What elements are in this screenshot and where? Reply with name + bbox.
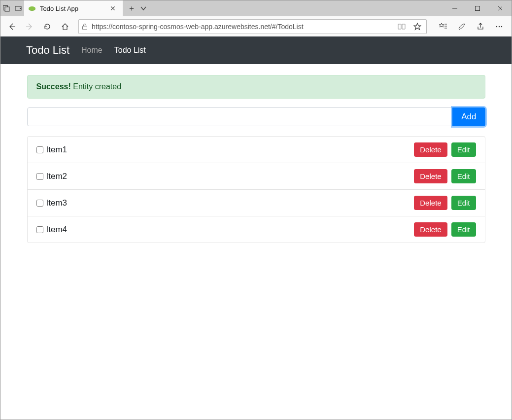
more-icon[interactable] <box>491 19 508 34</box>
delete-button[interactable]: Delete <box>414 169 447 183</box>
item-label: Item2 <box>46 172 410 181</box>
window-controls <box>444 0 512 16</box>
item-checkbox[interactable] <box>36 173 43 180</box>
list-item: Item2DeleteEdit <box>28 163 485 190</box>
browser-right-toolbar <box>433 19 508 34</box>
svg-rect-1 <box>5 7 9 11</box>
browser-chrome: Todo List App ✕ ＋ <box>0 0 512 37</box>
svg-point-11 <box>496 26 497 27</box>
alert-strong: Success! <box>36 82 71 91</box>
list-item: Item4DeleteEdit <box>28 216 485 243</box>
delete-button[interactable]: Delete <box>414 196 447 210</box>
tabs-dropdown-icon[interactable] <box>140 5 146 11</box>
close-tab-icon[interactable]: ✕ <box>108 4 118 12</box>
add-item-row: Add <box>27 107 485 126</box>
lock-icon <box>82 23 88 30</box>
title-bar: Todo List App ✕ ＋ <box>0 0 512 16</box>
browser-nav-bar <box>0 16 512 37</box>
todo-list: Item1DeleteEditItem2DeleteEditItem3Delet… <box>27 136 485 243</box>
nav-link-todolist[interactable]: Todo List <box>114 46 146 55</box>
url-input[interactable] <box>92 23 392 31</box>
item-checkbox[interactable] <box>36 226 43 233</box>
main-container: Success! Entity created Add Item1DeleteE… <box>27 64 485 243</box>
window-minimize-button[interactable] <box>444 0 466 16</box>
notes-icon[interactable] <box>453 19 470 34</box>
item-label: Item4 <box>46 225 410 235</box>
reading-view-icon[interactable] <box>396 23 408 30</box>
svg-point-4 <box>29 6 35 10</box>
page-viewport: Todo List Home Todo List Success! Entity… <box>0 36 512 420</box>
tab-preview-icon[interactable] <box>14 4 22 12</box>
home-button[interactable] <box>58 19 72 34</box>
add-button[interactable]: Add <box>452 107 485 126</box>
svg-rect-6 <box>476 6 480 11</box>
address-bar[interactable] <box>78 19 427 34</box>
svg-rect-7 <box>83 26 87 30</box>
favicon-icon <box>28 4 36 12</box>
edit-button[interactable]: Edit <box>451 196 476 210</box>
item-label: Item3 <box>46 198 410 208</box>
browser-tab[interactable]: Todo List App ✕ <box>24 0 123 16</box>
brand-title: Todo List <box>26 44 69 57</box>
list-item: Item1DeleteEdit <box>28 137 485 163</box>
favorites-list-icon[interactable] <box>435 19 451 34</box>
edit-button[interactable]: Edit <box>451 222 476 237</box>
tab-aside-icon[interactable] <box>2 4 10 12</box>
delete-button[interactable]: Delete <box>414 142 447 157</box>
success-alert: Success! Entity created <box>27 75 485 99</box>
item-checkbox[interactable] <box>36 146 43 153</box>
svg-point-13 <box>501 26 502 27</box>
item-label: Item1 <box>46 145 410 155</box>
share-icon[interactable] <box>472 19 489 34</box>
alert-message: Entity created <box>73 82 121 91</box>
favorite-star-icon[interactable] <box>411 23 423 31</box>
edit-button[interactable]: Edit <box>451 142 476 157</box>
delete-button[interactable]: Delete <box>414 222 447 237</box>
tab-title: Todo List App <box>40 5 104 12</box>
window-maximize-button[interactable] <box>466 0 489 16</box>
app-navbar: Todo List Home Todo List <box>0 36 512 64</box>
item-checkbox[interactable] <box>36 200 43 207</box>
edit-button[interactable]: Edit <box>451 169 476 183</box>
forward-button[interactable] <box>22 19 37 34</box>
nav-link-home[interactable]: Home <box>81 46 102 55</box>
svg-point-12 <box>499 26 500 27</box>
window-close-button[interactable] <box>489 0 512 16</box>
tab-actions-left <box>0 0 24 16</box>
new-tab-icon[interactable]: ＋ <box>128 3 136 14</box>
refresh-button[interactable] <box>40 19 55 34</box>
list-item: Item3DeleteEdit <box>28 190 485 216</box>
back-button[interactable] <box>4 19 19 34</box>
tab-bar-actions: ＋ <box>123 0 151 16</box>
new-item-input[interactable] <box>27 107 453 126</box>
